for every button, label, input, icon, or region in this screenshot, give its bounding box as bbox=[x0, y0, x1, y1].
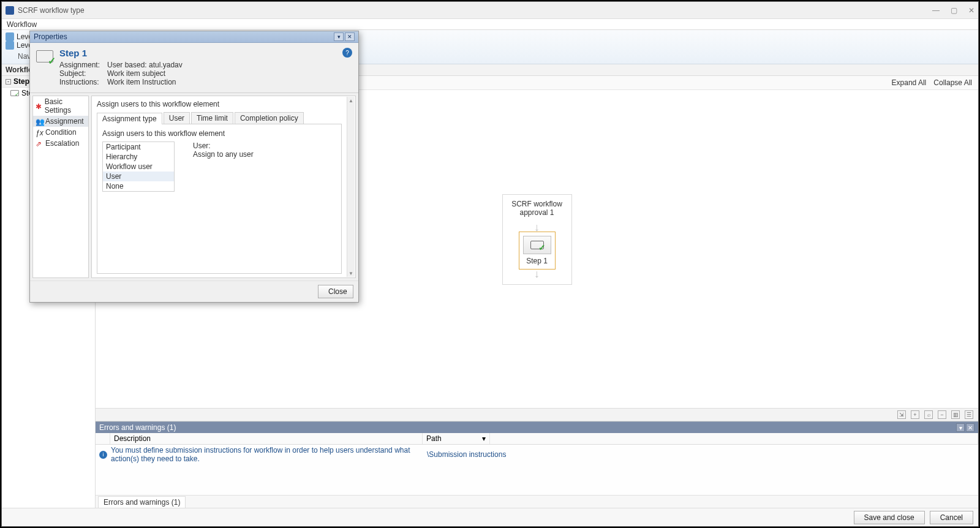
errors-row[interactable]: i You must define submission instruction… bbox=[96, 445, 978, 464]
errors-col-path[interactable]: Path ▾ bbox=[423, 433, 490, 444]
subject-key: Subject: bbox=[59, 69, 102, 78]
close-icon[interactable]: ✕ bbox=[968, 6, 974, 15]
dialog-close-button[interactable]: Close bbox=[318, 285, 353, 298]
ribbon-tab-workflow[interactable]: Workflow bbox=[2, 19, 42, 30]
step-large-icon bbox=[36, 50, 53, 62]
fx-icon: ƒx bbox=[36, 129, 43, 136]
scroll-up-icon[interactable]: ▲ bbox=[347, 97, 355, 104]
dropdown-icon[interactable]: ▾ bbox=[482, 434, 486, 443]
footer: Save and close Cancel bbox=[2, 508, 978, 526]
list-item-workflow-user[interactable]: Workflow user bbox=[103, 162, 174, 172]
instructions-value: Work item Instruction bbox=[107, 78, 176, 86]
assignment-type-listbox[interactable]: Participant Hierarchy Workflow user User… bbox=[102, 141, 175, 192]
workflow-node[interactable]: SCRF workflow approval 1 ↓ Step 1 ↓ bbox=[502, 194, 572, 285]
side-condition-label: Condition bbox=[45, 128, 77, 137]
errors-title: Errors and warnings (1) bbox=[99, 423, 176, 432]
level-icon bbox=[6, 32, 14, 41]
workflow-node-title: SCRF workflow approval 1 bbox=[505, 200, 569, 217]
tab-completion-policy[interactable]: Completion policy bbox=[235, 112, 304, 124]
workflow-step-box[interactable]: Step 1 bbox=[519, 232, 556, 270]
properties-dialog: Properties ▾ ✕ Step 1 Assignment: User b… bbox=[29, 31, 359, 303]
errors-titlebar: Errors and warnings (1) ▾ ✕ bbox=[96, 422, 978, 433]
errors-col-icon[interactable] bbox=[96, 433, 110, 444]
assignment-key: Assignment: bbox=[59, 61, 102, 69]
escalation-icon: ⇗ bbox=[36, 140, 43, 147]
approval-step-icon bbox=[530, 241, 544, 249]
dialog-step-title: Step 1 bbox=[59, 48, 183, 58]
dialog-title: Properties bbox=[34, 32, 67, 41]
errors-col-blank bbox=[490, 433, 978, 444]
save-and-close-button[interactable]: Save and close bbox=[854, 511, 925, 524]
errors-grid-header: Description Path ▾ bbox=[96, 433, 978, 445]
star-icon: ✱ bbox=[36, 102, 42, 110]
minimize-icon[interactable]: — bbox=[932, 6, 940, 15]
side-basic-label: Basic Settings bbox=[45, 97, 86, 115]
side-assignment[interactable]: 👥 Assignment bbox=[33, 116, 88, 127]
errors-row-path: \Submission instructions bbox=[427, 450, 506, 459]
errors-tab[interactable]: Errors and warnings (1) bbox=[98, 496, 186, 508]
tab-assignment-type[interactable]: Assignment type bbox=[97, 113, 162, 124]
dialog-titlebar[interactable]: Properties ▾ ✕ bbox=[30, 31, 358, 43]
assignment-detail: User: Assign to any user bbox=[193, 141, 254, 192]
list-item-user[interactable]: User bbox=[103, 172, 174, 181]
detail-value: Assign to any user bbox=[193, 150, 254, 159]
errors-dropdown-icon[interactable]: ▾ bbox=[956, 423, 965, 432]
dialog-footer: Close bbox=[30, 281, 358, 302]
side-escalation[interactable]: ⇗ Escalation bbox=[33, 138, 88, 149]
tab-panel-assignment-type: Assign users to this workflow element Pa… bbox=[97, 124, 342, 274]
list-item-hierarchy[interactable]: Hierarchy bbox=[103, 152, 174, 162]
window-title: SCRF workflow type bbox=[18, 6, 85, 15]
tabstrip: Assignment type User Time limit Completi… bbox=[97, 112, 342, 124]
list-item-participant[interactable]: Participant bbox=[103, 142, 174, 152]
errors-close-icon[interactable]: ✕ bbox=[966, 423, 974, 432]
ribbon: Workflow bbox=[2, 19, 978, 30]
side-escalation-label: Escalation bbox=[45, 139, 79, 148]
detail-label: User: bbox=[193, 141, 254, 150]
zoom-in-icon[interactable]: + bbox=[911, 410, 919, 419]
side-assignment-label: Assignment bbox=[45, 117, 84, 126]
people-icon: 👥 bbox=[36, 118, 43, 125]
instructions-key: Instructions: bbox=[59, 78, 102, 86]
errors-grid-body[interactable]: i You must define submission instruction… bbox=[96, 445, 978, 495]
zoom-reset-icon[interactable]: ⌕ bbox=[924, 410, 933, 419]
maximize-icon[interactable]: ▢ bbox=[951, 6, 957, 15]
collapse-icon[interactable]: - bbox=[6, 79, 11, 85]
workflow-step-label: Step 1 bbox=[523, 257, 551, 265]
zoom-out-icon[interactable]: − bbox=[938, 410, 946, 419]
scroll-down-icon[interactable]: ▼ bbox=[347, 270, 355, 277]
cancel-button[interactable]: Cancel bbox=[930, 511, 973, 524]
assignment-value: User based: atul.yadav bbox=[107, 61, 183, 69]
errors-col-desc[interactable]: Description bbox=[110, 433, 423, 444]
window-controls: — ▢ ✕ bbox=[932, 6, 974, 15]
dialog-body: ✱ Basic Settings 👥 Assignment ƒx Conditi… bbox=[30, 93, 358, 281]
app-icon bbox=[6, 6, 14, 15]
scrollbar[interactable]: ▲ ▼ bbox=[347, 97, 355, 277]
fit-icon[interactable]: ▥ bbox=[951, 410, 960, 419]
zoom-bar: ⇲ + ⌕ − ▥ ☰ bbox=[96, 408, 978, 421]
panel-heading: Assign users to this workflow element bbox=[102, 129, 336, 138]
dialog-content: ▲ ▼ Assign users to this workflow elemen… bbox=[91, 96, 356, 278]
side-condition[interactable]: ƒx Condition bbox=[33, 127, 88, 138]
expand-all-link[interactable]: Expand All bbox=[892, 78, 927, 87]
dialog-side-nav: ✱ Basic Settings 👥 Assignment ƒx Conditi… bbox=[32, 96, 89, 278]
errors-row-desc: You must define submission instructions … bbox=[111, 446, 427, 463]
dialog-close-icon[interactable]: ✕ bbox=[345, 32, 355, 41]
dialog-menu-icon[interactable]: ▾ bbox=[334, 32, 344, 41]
grid-icon[interactable]: ☰ bbox=[965, 410, 973, 419]
help-icon[interactable]: ? bbox=[342, 48, 352, 58]
arrow-down-icon: ↓ bbox=[505, 270, 569, 278]
step-box-inner bbox=[523, 236, 551, 254]
list-item-none[interactable]: None bbox=[103, 181, 174, 191]
content-heading: Assign users to this workflow element bbox=[97, 100, 342, 108]
arrow-down-icon: ↓ bbox=[505, 223, 569, 232]
collapse-all-link[interactable]: Collapse All bbox=[933, 78, 972, 87]
errors-panel: Errors and warnings (1) ▾ ✕ Description … bbox=[96, 421, 978, 508]
tab-user[interactable]: User bbox=[164, 112, 190, 124]
level-icon bbox=[6, 41, 14, 50]
errors-col-path-label: Path bbox=[426, 434, 442, 443]
info-icon: i bbox=[99, 451, 107, 459]
side-basic-settings[interactable]: ✱ Basic Settings bbox=[33, 96, 88, 116]
tab-time-limit[interactable]: Time limit bbox=[191, 112, 233, 124]
subject-value: Work item subject bbox=[107, 69, 165, 78]
tool-icon-1[interactable]: ⇲ bbox=[897, 410, 906, 419]
